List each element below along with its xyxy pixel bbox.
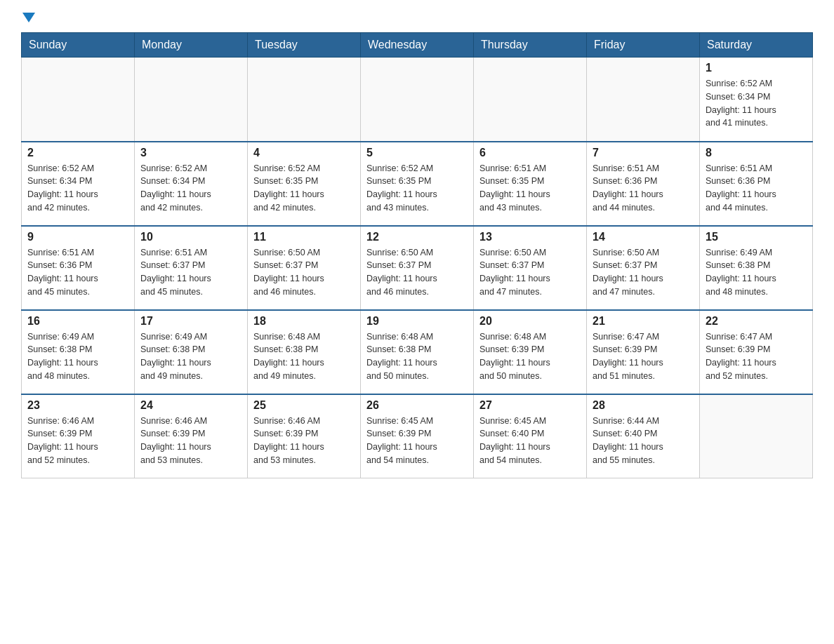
- day-info: Sunrise: 6:44 AMSunset: 6:40 PMDaylight:…: [593, 415, 694, 467]
- day-info: Sunrise: 6:50 AMSunset: 6:37 PMDaylight:…: [593, 246, 694, 299]
- weekday-header-saturday: Saturday: [700, 33, 813, 58]
- day-info: Sunrise: 6:51 AMSunset: 6:36 PMDaylight:…: [706, 162, 807, 215]
- calendar-cell: 26Sunrise: 6:45 AMSunset: 6:39 PMDayligh…: [361, 394, 474, 478]
- day-number: 24: [140, 399, 241, 412]
- calendar-cell: 27Sunrise: 6:45 AMSunset: 6:40 PMDayligh…: [474, 394, 587, 478]
- day-number: 17: [140, 315, 241, 328]
- day-number: 16: [27, 315, 128, 328]
- calendar-cell: 9Sunrise: 6:51 AMSunset: 6:36 PMDaylight…: [22, 226, 135, 310]
- day-info: Sunrise: 6:51 AMSunset: 6:35 PMDaylight:…: [479, 162, 581, 215]
- day-info: Sunrise: 6:50 AMSunset: 6:37 PMDaylight:…: [366, 246, 468, 299]
- weekday-header-friday: Friday: [587, 33, 700, 58]
- day-info: Sunrise: 6:52 AMSunset: 6:35 PMDaylight:…: [366, 162, 468, 215]
- calendar-cell: 12Sunrise: 6:50 AMSunset: 6:37 PMDayligh…: [361, 226, 474, 310]
- day-info: Sunrise: 6:50 AMSunset: 6:37 PMDaylight:…: [479, 246, 581, 299]
- calendar-table: SundayMondayTuesdayWednesdayThursdayFrid…: [21, 32, 813, 478]
- day-number: 3: [140, 147, 241, 159]
- day-info: Sunrise: 6:52 AMSunset: 6:34 PMDaylight:…: [706, 77, 807, 130]
- day-number: 28: [593, 399, 694, 412]
- weekday-header-tuesday: Tuesday: [248, 33, 361, 58]
- day-info: Sunrise: 6:49 AMSunset: 6:38 PMDaylight:…: [27, 330, 128, 383]
- day-number: 15: [706, 231, 807, 243]
- day-info: Sunrise: 6:45 AMSunset: 6:39 PMDaylight:…: [366, 415, 468, 467]
- calendar-header-row: SundayMondayTuesdayWednesdayThursdayFrid…: [22, 33, 813, 58]
- calendar-week-row: 16Sunrise: 6:49 AMSunset: 6:38 PMDayligh…: [22, 310, 813, 394]
- calendar-cell: 16Sunrise: 6:49 AMSunset: 6:38 PMDayligh…: [22, 310, 135, 394]
- calendar-cell: 14Sunrise: 6:50 AMSunset: 6:37 PMDayligh…: [587, 226, 700, 310]
- calendar-cell: 8Sunrise: 6:51 AMSunset: 6:36 PMDaylight…: [700, 142, 813, 226]
- day-info: Sunrise: 6:52 AMSunset: 6:35 PMDaylight:…: [253, 162, 355, 215]
- calendar-cell: 22Sunrise: 6:47 AMSunset: 6:39 PMDayligh…: [700, 310, 813, 394]
- day-info: Sunrise: 6:52 AMSunset: 6:34 PMDaylight:…: [140, 162, 241, 215]
- calendar-cell: 10Sunrise: 6:51 AMSunset: 6:37 PMDayligh…: [135, 226, 248, 310]
- day-number: 14: [593, 231, 694, 243]
- calendar-cell: 11Sunrise: 6:50 AMSunset: 6:37 PMDayligh…: [248, 226, 361, 310]
- calendar-cell: 21Sunrise: 6:47 AMSunset: 6:39 PMDayligh…: [587, 310, 700, 394]
- calendar-cell: 3Sunrise: 6:52 AMSunset: 6:34 PMDaylight…: [135, 142, 248, 226]
- day-number: 27: [479, 399, 581, 412]
- logo: [21, 14, 35, 18]
- day-number: 9: [27, 231, 128, 243]
- calendar-cell: 24Sunrise: 6:46 AMSunset: 6:39 PMDayligh…: [135, 394, 248, 478]
- day-info: Sunrise: 6:47 AMSunset: 6:39 PMDaylight:…: [706, 330, 807, 383]
- weekday-header-sunday: Sunday: [22, 33, 135, 58]
- day-info: Sunrise: 6:48 AMSunset: 6:38 PMDaylight:…: [366, 330, 468, 383]
- day-info: Sunrise: 6:51 AMSunset: 6:37 PMDaylight:…: [140, 246, 241, 299]
- calendar-cell: 20Sunrise: 6:48 AMSunset: 6:39 PMDayligh…: [474, 310, 587, 394]
- calendar-cell: 17Sunrise: 6:49 AMSunset: 6:38 PMDayligh…: [135, 310, 248, 394]
- day-info: Sunrise: 6:47 AMSunset: 6:39 PMDaylight:…: [593, 330, 694, 383]
- day-number: 4: [253, 147, 355, 159]
- calendar-cell: 23Sunrise: 6:46 AMSunset: 6:39 PMDayligh…: [22, 394, 135, 478]
- weekday-header-wednesday: Wednesday: [361, 33, 474, 58]
- calendar-week-row: 23Sunrise: 6:46 AMSunset: 6:39 PMDayligh…: [22, 394, 813, 478]
- page-header: [21, 14, 813, 18]
- calendar-cell: 7Sunrise: 6:51 AMSunset: 6:36 PMDaylight…: [587, 142, 700, 226]
- calendar-cell: [587, 58, 700, 142]
- day-number: 1: [706, 62, 807, 74]
- day-number: 13: [479, 231, 581, 243]
- day-info: Sunrise: 6:49 AMSunset: 6:38 PMDaylight:…: [706, 246, 807, 299]
- day-info: Sunrise: 6:49 AMSunset: 6:38 PMDaylight:…: [140, 330, 241, 383]
- calendar-cell: 13Sunrise: 6:50 AMSunset: 6:37 PMDayligh…: [474, 226, 587, 310]
- logo-triangle-icon: [22, 13, 35, 22]
- calendar-cell: 2Sunrise: 6:52 AMSunset: 6:34 PMDaylight…: [22, 142, 135, 226]
- day-number: 12: [366, 231, 468, 243]
- calendar-cell: 1Sunrise: 6:52 AMSunset: 6:34 PMDaylight…: [700, 58, 813, 142]
- day-number: 18: [253, 315, 355, 328]
- calendar-cell: 4Sunrise: 6:52 AMSunset: 6:35 PMDaylight…: [248, 142, 361, 226]
- calendar-cell: 15Sunrise: 6:49 AMSunset: 6:38 PMDayligh…: [700, 226, 813, 310]
- day-number: 21: [593, 315, 694, 328]
- day-number: 20: [479, 315, 581, 328]
- calendar-week-row: 1Sunrise: 6:52 AMSunset: 6:34 PMDaylight…: [22, 58, 813, 142]
- calendar-cell: [22, 58, 135, 142]
- day-info: Sunrise: 6:45 AMSunset: 6:40 PMDaylight:…: [479, 415, 581, 467]
- calendar-week-row: 2Sunrise: 6:52 AMSunset: 6:34 PMDaylight…: [22, 142, 813, 226]
- calendar-cell: 18Sunrise: 6:48 AMSunset: 6:38 PMDayligh…: [248, 310, 361, 394]
- weekday-header-monday: Monday: [135, 33, 248, 58]
- calendar-cell: [135, 58, 248, 142]
- calendar-cell: 6Sunrise: 6:51 AMSunset: 6:35 PMDaylight…: [474, 142, 587, 226]
- day-number: 10: [140, 231, 241, 243]
- calendar-cell: 28Sunrise: 6:44 AMSunset: 6:40 PMDayligh…: [587, 394, 700, 478]
- day-number: 7: [593, 147, 694, 159]
- day-info: Sunrise: 6:51 AMSunset: 6:36 PMDaylight:…: [593, 162, 694, 215]
- calendar-cell: 25Sunrise: 6:46 AMSunset: 6:39 PMDayligh…: [248, 394, 361, 478]
- day-info: Sunrise: 6:46 AMSunset: 6:39 PMDaylight:…: [140, 415, 241, 467]
- calendar-cell: [700, 394, 813, 478]
- day-number: 11: [253, 231, 355, 243]
- calendar-cell: [474, 58, 587, 142]
- day-info: Sunrise: 6:50 AMSunset: 6:37 PMDaylight:…: [253, 246, 355, 299]
- day-number: 2: [27, 147, 128, 159]
- day-number: 23: [27, 399, 128, 412]
- calendar-cell: 19Sunrise: 6:48 AMSunset: 6:38 PMDayligh…: [361, 310, 474, 394]
- day-number: 25: [253, 399, 355, 412]
- day-info: Sunrise: 6:51 AMSunset: 6:36 PMDaylight:…: [27, 246, 128, 299]
- day-info: Sunrise: 6:48 AMSunset: 6:38 PMDaylight:…: [253, 330, 355, 383]
- day-number: 19: [366, 315, 468, 328]
- day-info: Sunrise: 6:46 AMSunset: 6:39 PMDaylight:…: [253, 415, 355, 467]
- weekday-header-thursday: Thursday: [474, 33, 587, 58]
- day-number: 6: [479, 147, 581, 159]
- calendar-cell: [248, 58, 361, 142]
- day-number: 8: [706, 147, 807, 159]
- day-info: Sunrise: 6:52 AMSunset: 6:34 PMDaylight:…: [27, 162, 128, 215]
